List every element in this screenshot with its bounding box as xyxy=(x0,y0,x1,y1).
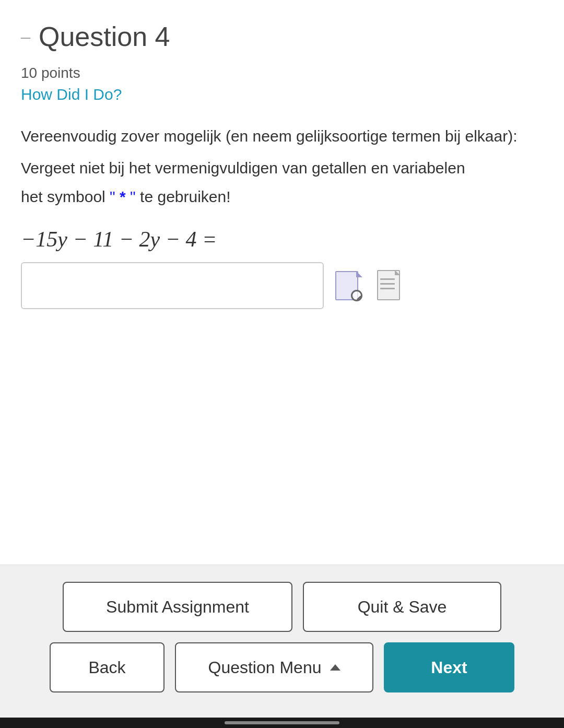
question-menu-label: Question Menu xyxy=(208,658,321,677)
action-row-bottom: Back Question Menu Next xyxy=(25,642,539,692)
instruction-line2: Vergeet niet bij het vermenigvuldigen va… xyxy=(21,156,543,180)
action-bar: Submit Assignment Quit & Save Back Quest… xyxy=(0,565,564,718)
symbol-quote2: " xyxy=(130,188,136,205)
question-body: Vereenvoudig zover mogelijk (en neem gel… xyxy=(21,124,543,206)
answer-area xyxy=(21,262,543,309)
chevron-up-icon xyxy=(330,664,340,671)
question-header: – Question 4 xyxy=(21,21,543,52)
symbol-prefix: het symbool xyxy=(21,188,110,205)
next-button[interactable]: Next xyxy=(384,642,514,692)
math-equation: −15y − 11 − 2y − 4 = xyxy=(21,227,543,252)
symbol-quote1: " xyxy=(110,188,115,205)
back-button[interactable]: Back xyxy=(50,642,164,692)
question-title: Question 4 xyxy=(39,21,170,52)
symbol-star: * xyxy=(115,188,130,205)
search-document-icon xyxy=(335,269,362,302)
main-content: – Question 4 10 points How Did I Do? Ver… xyxy=(0,0,564,565)
question-menu-button[interactable]: Question Menu xyxy=(175,642,373,692)
action-row-top: Submit Assignment Quit & Save xyxy=(25,582,539,632)
instruction-line1: Vereenvoudig zover mogelijk (en neem gel… xyxy=(21,124,543,148)
answer-input[interactable] xyxy=(21,262,324,309)
scroll-bar xyxy=(225,721,339,724)
scroll-indicator xyxy=(0,718,564,728)
search-document-button[interactable] xyxy=(332,267,366,304)
how-did-i-do-link[interactable]: How Did I Do? xyxy=(21,86,122,103)
magnifier-circle xyxy=(351,290,362,301)
plain-document-button[interactable] xyxy=(374,267,407,304)
plain-document-icon xyxy=(377,269,404,302)
quit-save-button[interactable]: Quit & Save xyxy=(303,582,501,632)
points-label: 10 points xyxy=(21,65,543,81)
dash-icon: – xyxy=(21,27,30,46)
submit-assignment-button[interactable]: Submit Assignment xyxy=(63,582,292,632)
instruction-line3: het symbool " * " te gebruiken! xyxy=(21,188,543,206)
symbol-suffix: te gebruiken! xyxy=(136,188,231,205)
